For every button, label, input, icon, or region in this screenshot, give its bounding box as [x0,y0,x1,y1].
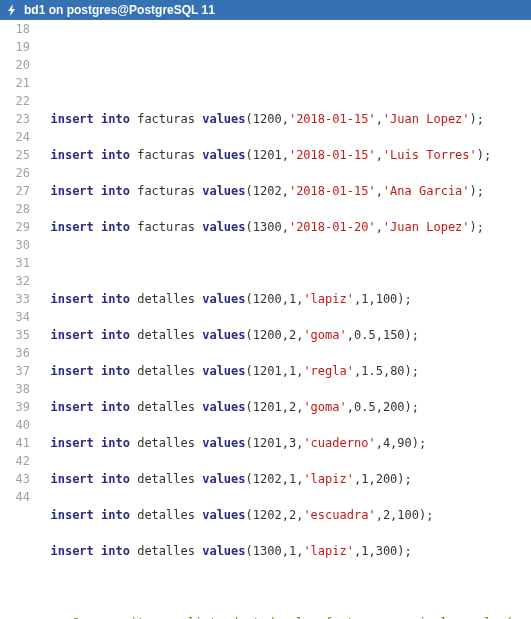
line-number: 21 [2,74,30,92]
line-number: 40 [2,416,30,434]
line-number: 25 [2,146,30,164]
code-line: insert into facturas values(1300,'2018-0… [36,218,527,236]
sql-editor[interactable]: 1819202122232425262728293031323334353637… [0,20,531,619]
code-line: insert into detalles values(1202,2,'escu… [36,506,527,524]
line-number: 22 [2,92,30,110]
code-line: insert into detalles values(1201,2,'goma… [36,398,527,416]
line-number: 29 [2,218,30,236]
code-line [36,74,527,92]
code-line: -- Se necesita una lista de todas las fa… [36,614,527,619]
code-area[interactable]: insert into facturas values(1200,'2018-0… [36,20,531,619]
code-line [36,578,527,596]
line-number: 24 [2,128,30,146]
code-line [36,38,527,56]
editor-tab-header: bd1 on postgres@PostgreSQL 11 [0,0,531,20]
code-line: insert into detalles values(1200,1,'lapi… [36,290,527,308]
line-number: 23 [2,110,30,128]
line-number: 41 [2,434,30,452]
code-line: insert into facturas values(1201,'2018-0… [36,146,527,164]
line-number: 33 [2,290,30,308]
line-number: 28 [2,200,30,218]
line-number: 30 [2,236,30,254]
line-number: 34 [2,308,30,326]
line-number: 27 [2,182,30,200]
line-number: 35 [2,326,30,344]
flash-icon [4,2,20,18]
line-number: 43 [2,470,30,488]
code-line: insert into detalles values(1201,3,'cuad… [36,434,527,452]
line-number: 18 [2,20,30,38]
line-number: 39 [2,398,30,416]
code-line: insert into detalles values(1201,1,'regl… [36,362,527,380]
line-number: 19 [2,38,30,56]
code-line: insert into detalles values(1300,1,'lapi… [36,542,527,560]
code-line: insert into detalles values(1202,1,'lapi… [36,470,527,488]
line-number: 44 [2,488,30,506]
line-gutter: 1819202122232425262728293031323334353637… [0,20,36,619]
line-number: 31 [2,254,30,272]
line-number: 32 [2,272,30,290]
line-number: 20 [2,56,30,74]
line-number: 37 [2,362,30,380]
line-number: 36 [2,344,30,362]
code-line: insert into facturas values(1202,'2018-0… [36,182,527,200]
code-line: insert into detalles values(1200,2,'goma… [36,326,527,344]
line-number: 26 [2,164,30,182]
line-number: 42 [2,452,30,470]
code-line: insert into facturas values(1200,'2018-0… [36,110,527,128]
editor-tab-title: bd1 on postgres@PostgreSQL 11 [24,3,215,17]
line-number: 38 [2,380,30,398]
code-line [36,254,527,272]
